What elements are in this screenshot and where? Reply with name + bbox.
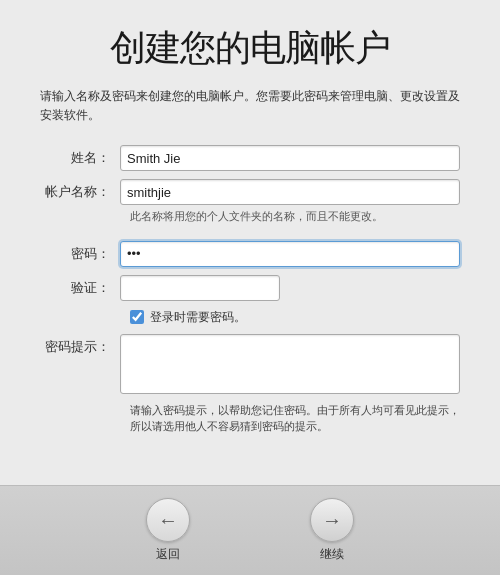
- account-name-hint: 此名称将用您的个人文件夹的名称，而且不能更改。: [130, 209, 460, 224]
- page-description: 请输入名称及密码来创建您的电脑帐户。您需要此密码来管理电脑、更改设置及安装软件。: [40, 87, 460, 125]
- verify-label: 验证：: [40, 279, 120, 297]
- require-password-checkbox[interactable]: [130, 310, 144, 324]
- account-name-label: 帐户名称：: [40, 183, 120, 201]
- checkbox-row: 登录时需要密码。: [130, 309, 460, 326]
- page-title: 创建您的电脑帐户: [40, 24, 460, 73]
- verify-row: 验证：: [40, 275, 460, 301]
- back-label: 返回: [156, 546, 180, 563]
- account-name-row: 帐户名称：: [40, 179, 460, 205]
- password-input[interactable]: [120, 241, 460, 267]
- bottom-bar: ← 返回 → 继续: [0, 485, 500, 575]
- full-name-label: 姓名：: [40, 149, 120, 167]
- full-name-input[interactable]: [120, 145, 460, 171]
- back-icon: ←: [146, 498, 190, 542]
- password-row: 密码：: [40, 241, 460, 267]
- checkbox-label: 登录时需要密码。: [150, 309, 246, 326]
- continue-label: 继续: [320, 546, 344, 563]
- form-section: 姓名： 帐户名称： 此名称将用您的个人文件夹的名称，而且不能更改。 密码： 验证…: [40, 145, 460, 434]
- account-name-input[interactable]: [120, 179, 460, 205]
- verify-input[interactable]: [120, 275, 280, 301]
- back-button[interactable]: ← 返回: [146, 498, 190, 563]
- hint-label: 密码提示：: [40, 334, 120, 356]
- content-area: 创建您的电脑帐户 请输入名称及密码来创建您的电脑帐户。您需要此密码来管理电脑、更…: [0, 0, 500, 485]
- hint-description: 请输入密码提示，以帮助您记住密码。由于所有人均可看见此提示，所以请选用他人不容易…: [130, 402, 460, 435]
- hint-textarea[interactable]: [120, 334, 460, 394]
- page-wrapper: 创建您的电脑帐户 请输入名称及密码来创建您的电脑帐户。您需要此密码来管理电脑、更…: [0, 0, 500, 575]
- password-label: 密码：: [40, 245, 120, 263]
- continue-button[interactable]: → 继续: [310, 498, 354, 563]
- full-name-row: 姓名：: [40, 145, 460, 171]
- hint-row: 密码提示：: [40, 334, 460, 394]
- continue-icon: →: [310, 498, 354, 542]
